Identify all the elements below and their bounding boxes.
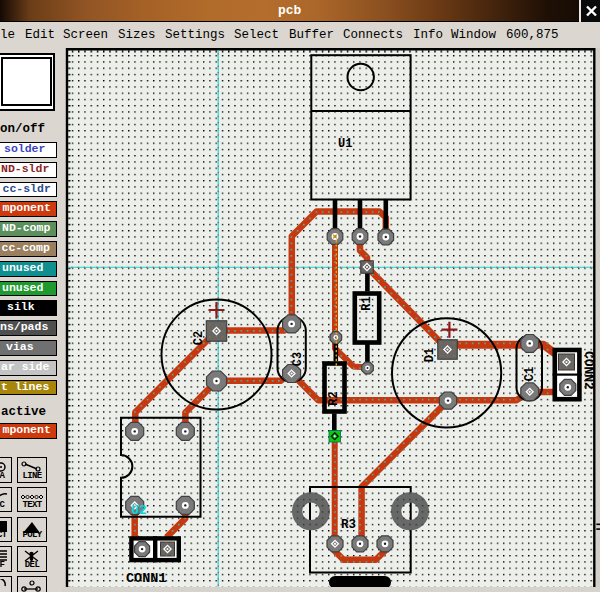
svg-text:C3: C3	[291, 352, 305, 366]
svg-text:R3: R3	[341, 518, 356, 532]
svg-text:C2: C2	[192, 331, 206, 345]
svg-text:R1: R1	[360, 296, 374, 310]
svg-text:U2: U2	[132, 504, 147, 518]
svg-text:CONN2: CONN2	[581, 351, 596, 390]
svg-text:D1: D1	[423, 348, 437, 362]
svg-text:CONN1: CONN1	[126, 571, 167, 586]
svg-text:U1: U1	[338, 137, 352, 151]
svg-text:C1: C1	[523, 367, 537, 381]
svg-text:R2: R2	[327, 391, 341, 405]
